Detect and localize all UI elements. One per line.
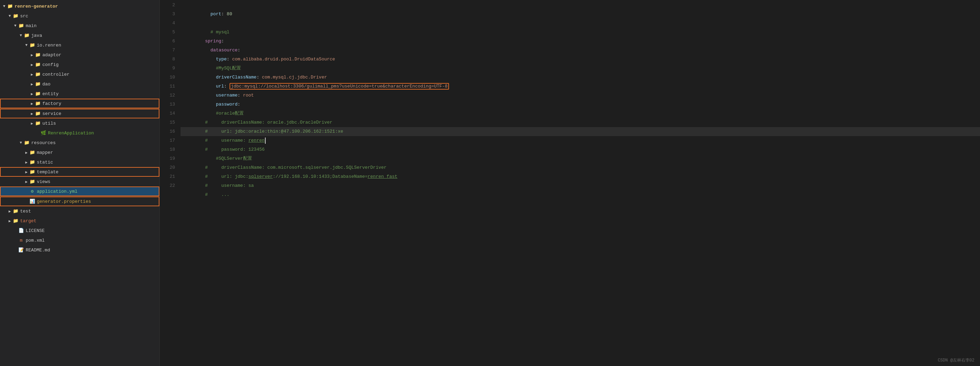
tree-item-static[interactable]: ▶ 📁 static — [0, 157, 159, 167]
tree-item-generator-props[interactable]: 📊 generator.properties — [0, 197, 159, 206]
arrow-icon: ▶ — [29, 72, 35, 77]
tree-item-io-renren[interactable]: ▼ 📁 io.renren — [0, 40, 159, 50]
tree-label: factory — [42, 101, 62, 106]
folder-icon: 📁 — [24, 140, 30, 145]
tree-item-utils[interactable]: ▶ 📁 utils — [0, 118, 159, 128]
tree-label: static — [37, 160, 53, 165]
folder-icon: 📁 — [7, 3, 13, 9]
tree-item-test[interactable]: ▶ 📁 test — [0, 206, 159, 216]
tree-item-application-yml[interactable]: ⚙ application.yml — [0, 186, 159, 196]
tree-label: resources — [31, 140, 56, 145]
code-line-17: # password: 123456 — [181, 136, 980, 145]
tree-label: utils — [42, 121, 56, 126]
code-line-14: # driverClassName: oracle.jdbc.OracleDri… — [181, 109, 980, 118]
line-numbers: 2 3 4 5 6 7 8 9 10 11 12 13 14 15 16 17 … — [160, 0, 181, 366]
arrow-icon: ▶ — [29, 111, 35, 116]
tree-item-factory[interactable]: ▶ 📁 factory — [0, 99, 159, 108]
arrow-icon: ▶ — [24, 180, 29, 184]
arrow-icon: ▼ — [18, 141, 24, 145]
folder-icon: 📁 — [35, 52, 41, 58]
code-line-9: driverClassName: com.mysql.cj.jdbc.Drive… — [181, 64, 980, 73]
folder-icon: 📁 — [29, 150, 35, 155]
tree-label: io.renren — [37, 43, 61, 48]
arrow-icon: ▼ — [24, 43, 29, 47]
code-line-18: #SQLServer配置 — [181, 145, 980, 154]
tree-item-readme[interactable]: 📝 README.md — [0, 245, 159, 255]
tree-label: LICENSE — [26, 228, 45, 233]
tree-item-license[interactable]: 📄 LICENSE — [0, 226, 159, 236]
folder-icon: 📁 — [35, 101, 41, 106]
tree-item-java[interactable]: ▼ 📁 java — [0, 30, 159, 40]
tree-item-pom-xml[interactable]: m pom.xml — [0, 236, 159, 245]
code-line-15: # url: jdbc:oracle:thin:@47.100.206.162:… — [181, 118, 980, 127]
arrow-icon: ▶ — [7, 219, 13, 223]
props-icon: 📊 — [29, 199, 35, 204]
folder-icon: 📁 — [35, 81, 41, 87]
folder-icon: 📁 — [35, 111, 41, 116]
code-line-22: # ... — [181, 181, 980, 190]
tree-item-target[interactable]: ▶ 📁 target — [0, 216, 159, 226]
tree-label: service — [42, 111, 62, 116]
arrow-icon: ▶ — [7, 209, 13, 213]
tree-item-renren-generator[interactable]: ▼ 📁 renren-generator — [0, 2, 159, 11]
code-line-21: # username: sa — [181, 172, 980, 181]
folder-icon: 📁 — [13, 218, 19, 224]
code-line-4: # mysql — [181, 19, 980, 28]
tree-label: dao — [42, 81, 50, 87]
file-tree[interactable]: ▼ 📁 renren-generator ▼ 📁 src ▼ 📁 main ▼ … — [0, 0, 160, 366]
tree-item-views[interactable]: ▶ 📁 views — [0, 177, 159, 186]
code-line-16: # username: renren — [181, 127, 980, 136]
code-line-5: spring: — [181, 28, 980, 37]
code-line-20: # url: jdbc:sqlserver://192.168.10.10:14… — [181, 163, 980, 172]
tree-label: config — [42, 62, 59, 67]
tree-item-dao[interactable]: ▶ 📁 dao — [0, 79, 159, 89]
code-content: port: 80 # mysql spring: datasource: typ… — [181, 0, 980, 366]
code-line-3 — [181, 10, 980, 19]
folder-icon: 📁 — [29, 169, 35, 175]
tree-label: adaptor — [42, 53, 62, 58]
arrow-icon: ▶ — [29, 121, 35, 126]
code-line-6: datasource: — [181, 37, 980, 46]
tree-label: renren-generator — [14, 4, 58, 9]
code-line-10: url: jdbc:mysql://localhost:3306/gulimal… — [181, 73, 980, 82]
tree-label: test — [20, 209, 31, 214]
tree-item-config[interactable]: ▶ 📁 config — [0, 60, 159, 70]
arrow-icon: ▶ — [29, 102, 35, 106]
app-icon: 🌿 — [40, 130, 46, 136]
tree-label: application.yml — [37, 189, 78, 194]
arrow-icon: ▶ — [24, 170, 29, 174]
yaml-icon: ⚙ — [29, 189, 35, 194]
arrow-icon: ▶ — [29, 53, 35, 57]
folder-icon: 📁 — [13, 208, 19, 214]
tree-label: target — [20, 218, 37, 224]
tree-label: README.md — [26, 248, 50, 253]
watermark: CSDN @左林右李02 — [938, 357, 974, 363]
arrow-icon: ▶ — [24, 150, 29, 155]
arrow-icon: ▼ — [2, 4, 7, 8]
arrow-icon: ▶ — [29, 82, 35, 86]
arrow-icon: ▼ — [13, 24, 18, 28]
tree-item-resources[interactable]: ▼ 📁 resources — [0, 138, 159, 148]
tree-item-entity[interactable]: ▶ 📁 entity — [0, 89, 159, 99]
code-editor[interactable]: 2 3 4 5 6 7 8 9 10 11 12 13 14 15 16 17 … — [160, 0, 980, 366]
tree-item-src[interactable]: ▼ 📁 src — [0, 11, 159, 21]
tree-item-service[interactable]: ▶ 📁 service — [0, 109, 159, 118]
folder-icon: 📁 — [18, 23, 24, 29]
folder-icon: 📁 — [13, 13, 19, 19]
folder-icon: 📁 — [29, 159, 35, 165]
tree-item-adaptor[interactable]: ▶ 📁 adaptor — [0, 50, 159, 60]
folder-icon: 📁 — [35, 62, 41, 67]
tree-item-renren-app[interactable]: 🌿 RenrenApplication — [0, 128, 159, 138]
md-icon: 📝 — [18, 247, 24, 253]
folder-icon: 📁 — [35, 72, 41, 77]
arrow-icon: ▶ — [29, 92, 35, 96]
tree-item-mapper[interactable]: ▶ 📁 mapper — [0, 148, 159, 157]
tree-item-controller[interactable]: ▶ 📁 controller — [0, 70, 159, 79]
tree-label: generator.properties — [37, 199, 91, 204]
tree-label: entity — [42, 91, 59, 97]
tree-item-main[interactable]: ▼ 📁 main — [0, 21, 159, 30]
tree-item-template[interactable]: ▶ 📁 template — [0, 167, 159, 177]
tree-label: template — [37, 169, 58, 175]
tree-label: java — [31, 33, 42, 38]
tree-label: RenrenApplication — [48, 130, 94, 136]
